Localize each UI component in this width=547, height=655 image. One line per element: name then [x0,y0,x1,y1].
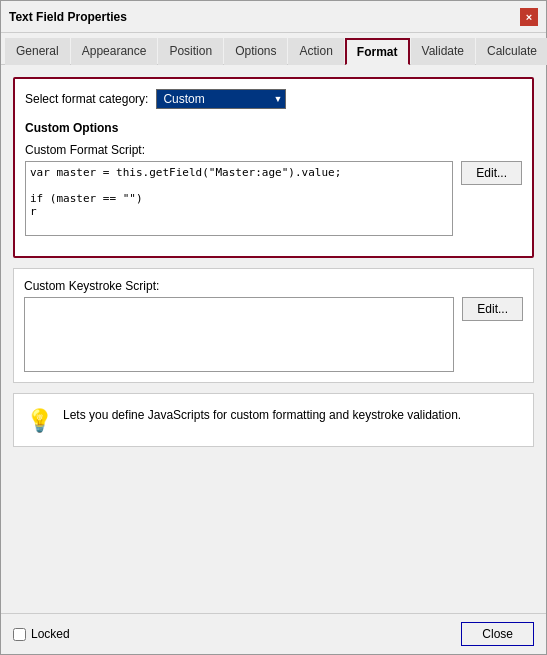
tab-options[interactable]: Options [224,38,287,65]
format-script-edit-button[interactable]: Edit... [461,161,522,185]
info-section: 💡 Lets you define JavaScripts for custom… [13,393,534,447]
window-close-button[interactable]: × [520,8,538,26]
tab-appearance[interactable]: Appearance [71,38,158,65]
window-title: Text Field Properties [9,10,127,24]
format-category-row: Select format category: None Number Perc… [25,89,522,109]
format-section: Select format category: None Number Perc… [13,77,534,258]
keystroke-script-edit-button[interactable]: Edit... [462,297,523,321]
tab-calculate[interactable]: Calculate [476,38,547,65]
keystroke-script-label: Custom Keystroke Script: [24,279,523,293]
bottom-bar: Locked Close [1,613,546,654]
format-category-label: Select format category: [25,92,148,106]
locked-label: Locked [31,627,70,641]
locked-checkbox[interactable] [13,628,26,641]
custom-options-label: Custom Options [25,121,522,135]
main-window: Text Field Properties × General Appearan… [0,0,547,655]
tabs-bar: General Appearance Position Options Acti… [1,33,546,65]
info-text: Lets you define JavaScripts for custom f… [63,406,461,424]
keystroke-script-textarea[interactable] [24,297,454,372]
format-script-row: var master = this.getField("Master:age")… [25,161,522,236]
locked-row: Locked [13,627,70,641]
bulb-icon: 💡 [26,408,53,434]
format-script-textarea[interactable]: var master = this.getField("Master:age")… [25,161,453,236]
format-script-label: Custom Format Script: [25,143,522,157]
format-category-select[interactable]: None Number Percentage Date Time Special… [156,89,286,109]
tab-position[interactable]: Position [158,38,223,65]
keystroke-section: Custom Keystroke Script: Edit... [13,268,534,383]
select-wrapper: None Number Percentage Date Time Special… [156,89,286,109]
title-bar: Text Field Properties × [1,1,546,33]
tab-format[interactable]: Format [345,38,410,65]
tab-action[interactable]: Action [288,38,343,65]
keystroke-script-row: Edit... [24,297,523,372]
tab-validate[interactable]: Validate [411,38,475,65]
tab-general[interactable]: General [5,38,70,65]
close-dialog-button[interactable]: Close [461,622,534,646]
content-area: Select format category: None Number Perc… [1,65,546,613]
format-script-section: Custom Format Script: var master = this.… [25,143,522,236]
